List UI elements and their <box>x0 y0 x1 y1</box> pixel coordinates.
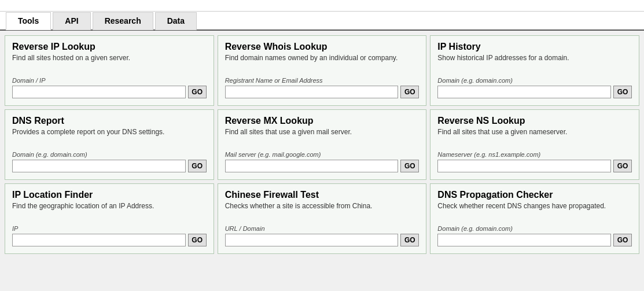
go-button-0[interactable]: GO <box>188 86 207 98</box>
main: Reverse IP LookupFind all sites hosted o… <box>0 31 644 259</box>
input-row-6: GO <box>12 234 207 246</box>
card-label-4: Mail server (e.g. mail.google.com) <box>225 151 419 158</box>
header <box>0 0 644 12</box>
card-desc-4: Find all sites that use a given mail ser… <box>225 128 419 145</box>
card-title-1: Reverse Whois Lookup <box>225 42 419 52</box>
tool-card-7: Chinese Firewall TestChecks whether a si… <box>218 183 427 254</box>
card-title-4: Reverse MX Lookup <box>225 116 419 126</box>
card-label-6: IP <box>12 225 207 232</box>
input-row-5: GO <box>437 160 632 172</box>
card-desc-2: Show historical IP addresses for a domai… <box>437 54 632 71</box>
go-button-3[interactable]: GO <box>188 160 207 172</box>
tool-card-5: Reverse NS LookupFind all sites that use… <box>430 109 639 180</box>
card-label-2: Domain (e.g. domain.com) <box>437 77 632 84</box>
nav-tab-api[interactable]: API <box>53 12 90 30</box>
input-row-1: GO <box>225 86 419 98</box>
input-row-2: GO <box>437 86 632 98</box>
tool-card-8: DNS Propagation CheckerCheck whether rec… <box>430 183 639 254</box>
nav: ToolsAPIResearchData <box>0 12 644 31</box>
nav-tab-research[interactable]: Research <box>93 12 153 30</box>
card-label-5: Nameserver (e.g. ns1.example.com) <box>437 151 632 158</box>
card-desc-5: Find all sites that use a given nameserv… <box>437 128 632 145</box>
tool-card-1: Reverse Whois LookupFind domain names ow… <box>218 35 427 106</box>
go-button-7[interactable]: GO <box>400 234 419 246</box>
card-desc-7: Checks whether a site is accessible from… <box>225 202 419 219</box>
card-desc-6: Find the geographic location of an IP Ad… <box>12 202 207 219</box>
input-row-4: GO <box>225 160 419 172</box>
card-label-3: Domain (e.g. domain.com) <box>12 151 207 158</box>
card-label-1: Registrant Name or Email Address <box>225 77 419 84</box>
tool-card-2: IP HistoryShow historical IP addresses f… <box>430 35 639 106</box>
card-desc-8: Check whether recent DNS changes have pr… <box>437 202 632 219</box>
card-label-0: Domain / IP <box>12 77 207 84</box>
card-desc-3: Provides a complete report on your DNS s… <box>12 128 207 145</box>
card-title-5: Reverse NS Lookup <box>437 116 632 126</box>
card-title-8: DNS Propagation Checker <box>437 190 632 200</box>
go-button-8[interactable]: GO <box>613 234 632 246</box>
card-title-0: Reverse IP Lookup <box>12 42 207 52</box>
go-button-6[interactable]: GO <box>188 234 207 246</box>
card-input-2[interactable] <box>437 86 611 98</box>
go-button-2[interactable]: GO <box>613 86 632 98</box>
nav-tab-tools[interactable]: Tools <box>6 12 51 30</box>
card-title-6: IP Location Finder <box>12 190 207 200</box>
card-input-8[interactable] <box>437 234 611 246</box>
input-row-7: GO <box>225 234 419 246</box>
tool-card-6: IP Location FinderFind the geographic lo… <box>5 183 214 254</box>
card-title-2: IP History <box>437 42 632 52</box>
go-button-5[interactable]: GO <box>613 160 632 172</box>
input-row-0: GO <box>12 86 207 98</box>
card-input-7[interactable] <box>225 234 399 246</box>
tools-grid: Reverse IP LookupFind all sites hosted o… <box>5 35 639 254</box>
tool-card-4: Reverse MX LookupFind all sites that use… <box>218 109 427 180</box>
nav-tab-data[interactable]: Data <box>155 12 197 30</box>
card-input-5[interactable] <box>437 160 611 172</box>
go-button-1[interactable]: GO <box>400 86 419 98</box>
card-desc-1: Find domain names owned by an individual… <box>225 54 419 71</box>
card-input-0[interactable] <box>12 86 186 98</box>
card-title-7: Chinese Firewall Test <box>225 190 419 200</box>
tool-card-3: DNS ReportProvides a complete report on … <box>5 109 214 180</box>
card-title-3: DNS Report <box>12 116 207 126</box>
card-desc-0: Find all sites hosted on a given server. <box>12 54 207 71</box>
card-label-7: URL / Domain <box>225 225 419 232</box>
input-row-3: GO <box>12 160 207 172</box>
go-button-4[interactable]: GO <box>400 160 419 172</box>
card-input-1[interactable] <box>225 86 399 98</box>
tool-card-0: Reverse IP LookupFind all sites hosted o… <box>5 35 214 106</box>
card-input-6[interactable] <box>12 234 186 246</box>
card-label-8: Domain (e.g. domain.com) <box>437 225 632 232</box>
card-input-3[interactable] <box>12 160 186 172</box>
card-input-4[interactable] <box>225 160 399 172</box>
input-row-8: GO <box>437 234 632 246</box>
